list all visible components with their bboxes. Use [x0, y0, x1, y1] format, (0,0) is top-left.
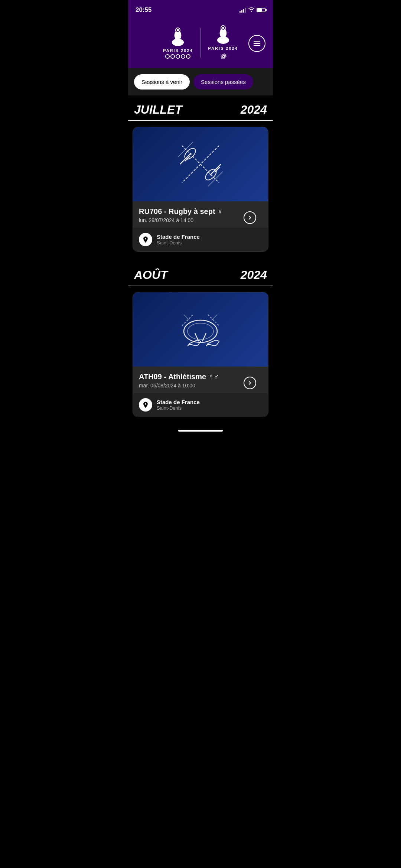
venue-pin-rugby — [139, 233, 152, 246]
card-title-row-athletics: ATH09 - Athlétisme ♀♂ mar. 06/08/2024 à … — [139, 373, 262, 393]
svg-point-3 — [177, 29, 179, 31]
tab-upcoming[interactable]: Sessions à venir — [134, 74, 190, 90]
svg-point-19 — [184, 320, 217, 342]
location-icon-2 — [142, 401, 149, 409]
menu-line-2 — [254, 43, 260, 44]
wifi-icon — [248, 7, 254, 13]
chevron-right-icon-2 — [248, 381, 252, 385]
tab-bar: Sessions à venir Sessions passées — [128, 68, 273, 95]
card-image-athletics — [133, 292, 268, 367]
month-header-aout: Août 2024 — [128, 261, 273, 286]
card-title-rugby: RU706 - Rugby à sept ♀ — [139, 207, 262, 216]
status-bar: 20:55 — [128, 0, 273, 19]
month-year-aout: 2024 — [241, 268, 267, 282]
svg-point-7 — [222, 27, 224, 29]
athletics-sport-icon — [171, 300, 230, 359]
rugby-sport-icon — [171, 134, 230, 194]
card-venue-athletics: Stade de France Saint-Denis — [133, 393, 268, 417]
card-info-athletics: ATH09 - Athlétisme ♀♂ mar. 06/08/2024 à … — [133, 367, 268, 393]
svg-point-20 — [188, 323, 213, 339]
venue-city-athletics: Saint-Denis — [157, 405, 200, 411]
olympic-logo: PARIS 2024 — [156, 26, 200, 59]
card-title-row-rugby: RU706 - Rugby à sept ♀ lun. 29/07/2024 à… — [139, 207, 262, 228]
card-title-athletics: ATH09 - Athlétisme ♀♂ — [139, 373, 262, 381]
battery-icon — [257, 8, 265, 12]
app-header: PARIS 2024 PARIS 2024 ❁ — [128, 19, 273, 68]
month-name-juillet: Juillet — [134, 103, 182, 117]
svg-line-18 — [208, 172, 223, 186]
venue-details-athletics: Stade de France Saint-Denis — [157, 399, 200, 411]
chevron-right-icon — [248, 215, 252, 220]
tab-past[interactable]: Sessions passées — [193, 74, 253, 90]
month-header-juillet: Juillet 2024 — [128, 95, 273, 121]
month-year-juillet: 2024 — [241, 103, 267, 117]
card-image-rugby — [133, 127, 268, 201]
paris2024-olympic-text: PARIS 2024 — [163, 48, 193, 53]
olympic-rings — [165, 54, 190, 59]
location-icon — [142, 236, 149, 243]
card-info-rugby: RU706 - Rugby à sept ♀ lun. 29/07/2024 à… — [133, 201, 268, 228]
session-card-athletics[interactable]: ATH09 - Athlétisme ♀♂ mar. 06/08/2024 à … — [133, 292, 268, 417]
paralympic-symbol: ❁ — [220, 52, 226, 61]
month-name-aout: Août — [134, 268, 168, 282]
paralympic-flame-icon — [214, 24, 232, 45]
session-card-rugby[interactable]: RU706 - Rugby à sept ♀ lun. 29/07/2024 à… — [133, 127, 268, 252]
paris2024-paralympic-text: PARIS 2024 — [208, 46, 238, 51]
card-arrow-rugby[interactable] — [244, 211, 256, 224]
signal-icon — [239, 7, 246, 13]
paralympic-logo: PARIS 2024 ❁ — [201, 24, 245, 61]
content-area: Juillet 2024 — [128, 95, 273, 417]
venue-name-athletics: Stade de France — [157, 399, 200, 405]
menu-line-1 — [254, 41, 260, 42]
home-bar — [178, 430, 223, 432]
card-venue-rugby: Stade de France Saint-Denis — [133, 228, 268, 251]
venue-name-rugby: Stade de France — [157, 234, 200, 240]
venue-details-rugby: Stade de France Saint-Denis — [157, 234, 200, 246]
svg-line-22 — [202, 333, 206, 341]
menu-line-3 — [254, 45, 260, 46]
status-icons — [239, 7, 265, 13]
venue-city-rugby: Saint-Denis — [157, 240, 200, 246]
olympic-flame-icon — [169, 26, 187, 47]
status-time: 20:55 — [136, 6, 151, 14]
svg-line-26 — [212, 315, 217, 320]
menu-button[interactable] — [248, 35, 265, 52]
card-arrow-athletics[interactable] — [244, 377, 256, 389]
header-logos: PARIS 2024 PARIS 2024 ❁ — [156, 24, 245, 61]
svg-line-25 — [184, 315, 189, 320]
venue-pin-athletics — [139, 398, 152, 412]
home-indicator — [128, 426, 273, 435]
